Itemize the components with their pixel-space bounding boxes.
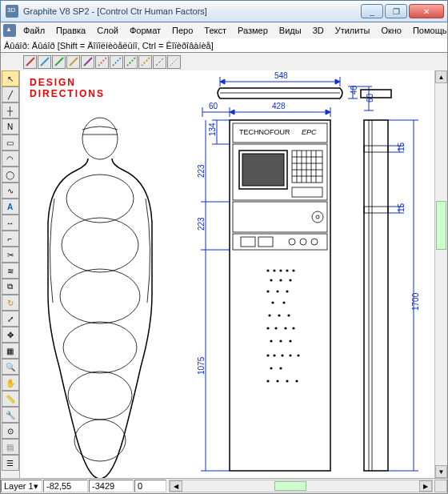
- menu-views[interactable]: Виды: [274, 24, 306, 37]
- tool-curve[interactable]: ∿: [2, 183, 19, 199]
- dim-15a: 15: [397, 142, 406, 151]
- tool-rotate[interactable]: ↻: [2, 295, 19, 311]
- svg-line-2: [55, 58, 63, 66]
- horizontal-scrollbar[interactable]: ◀ ▶: [169, 480, 433, 492]
- svg-point-79: [279, 339, 282, 342]
- menu-window[interactable]: Окно: [376, 24, 406, 37]
- tool-dim-linear[interactable]: ↔: [2, 215, 19, 231]
- tool-line[interactable]: ╱: [2, 86, 19, 102]
- tool-scale[interactable]: ⤢: [2, 311, 19, 327]
- pen-style-3[interactable]: [66, 55, 80, 69]
- menu-help[interactable]: Помощь: [408, 24, 448, 37]
- svg-point-57: [311, 239, 318, 245]
- vertical-scrollbar[interactable]: ▲ ▼: [434, 70, 447, 478]
- tool-ellipse[interactable]: ◯: [2, 167, 19, 183]
- tool-mirror[interactable]: ⧉: [2, 279, 19, 295]
- maximize-button[interactable]: ❐: [385, 4, 407, 18]
- workspace: ↖ ╱ ┼ Ν ▭ ◠ ◯ ∿ A ↔ ⌐ ✂ ≋ ⧉ ↻ ⤢ ✥ ▦ 🔍 ✋ …: [0, 70, 448, 478]
- tool-select-arrow[interactable]: ↖: [2, 70, 19, 86]
- scroll-left-button[interactable]: ◀: [170, 480, 182, 492]
- svg-rect-49: [233, 202, 327, 232]
- pen-style-4[interactable]: [81, 55, 94, 69]
- tool-snap[interactable]: ⊙: [2, 423, 19, 439]
- svg-point-84: [289, 354, 291, 356]
- pen-style-0[interactable]: [23, 55, 37, 69]
- pen-style-6[interactable]: [110, 55, 123, 69]
- resize-grip[interactable]: [434, 480, 447, 492]
- svg-point-60: [279, 269, 282, 271]
- svg-line-3: [70, 58, 78, 66]
- minimize-button[interactable]: _: [361, 4, 383, 18]
- svg-point-16: [63, 322, 137, 373]
- scroll-down-button[interactable]: ▼: [435, 465, 447, 478]
- window-title: Graphite V8 SP2 - [Control Ctr Human Fac…: [22, 6, 361, 16]
- status-bar: Layer 1▾ -82,55 -3429 0 ◀ ▶: [0, 478, 448, 494]
- pen-style-5[interactable]: [95, 55, 109, 69]
- command-hint-text: Âûáîð: Äûáîð [Shift = Äîïîëíèòåëüíî, Ctr…: [4, 41, 214, 50]
- tool-perp-line[interactable]: ┼: [2, 102, 19, 118]
- tool-move[interactable]: ✥: [2, 327, 19, 343]
- scroll-up-button[interactable]: ▲: [435, 70, 447, 83]
- svg-point-67: [276, 290, 278, 292]
- menu-file[interactable]: Файл: [18, 24, 50, 37]
- svg-rect-104: [364, 146, 388, 152]
- drawing-canvas[interactable]: DESIGN DIRECTIONS: [20, 70, 434, 478]
- svg-point-83: [281, 354, 283, 356]
- scroll-right-button[interactable]: ▶: [419, 480, 432, 492]
- tool-zoom[interactable]: 🔍: [2, 359, 19, 375]
- menu-layer[interactable]: Слой: [92, 24, 123, 37]
- pen-style-8[interactable]: [138, 55, 152, 69]
- svg-point-89: [276, 380, 278, 382]
- tool-arc[interactable]: ◠: [2, 151, 19, 167]
- menu-pen[interactable]: Перо: [167, 24, 198, 37]
- menu-format[interactable]: Формат: [125, 24, 166, 37]
- brand-label: TECHNOFOUR: [239, 128, 290, 136]
- svg-point-72: [278, 314, 280, 316]
- svg-point-59: [273, 269, 275, 271]
- console-front: 548 40 60 60: [197, 71, 374, 471]
- menu-utilities[interactable]: Утилиты: [330, 24, 375, 37]
- svg-point-55: [289, 239, 295, 245]
- tool-text[interactable]: A: [2, 199, 19, 215]
- tool-trim[interactable]: ✂: [2, 247, 19, 263]
- tool-polyline[interactable]: Ν: [2, 118, 19, 135]
- svg-point-87: [279, 367, 282, 369]
- pen-style-10[interactable]: [167, 55, 181, 69]
- layer-selector[interactable]: Layer 1▾: [1, 480, 42, 492]
- tool-fillet[interactable]: ⌐: [2, 231, 19, 247]
- svg-rect-53: [241, 237, 255, 247]
- hscroll-thumb[interactable]: [274, 481, 306, 491]
- close-button[interactable]: ✕: [409, 4, 444, 18]
- pen-toolbar: [0, 53, 448, 70]
- tool-offset[interactable]: ≋: [2, 263, 19, 279]
- pen-style-2[interactable]: [52, 55, 66, 69]
- tool-rect[interactable]: ▭: [2, 135, 19, 151]
- tool-hatch[interactable]: ▦: [2, 343, 19, 359]
- menu-size[interactable]: Размер: [233, 24, 273, 37]
- pen-style-1[interactable]: [38, 55, 51, 69]
- svg-line-10: [170, 58, 178, 66]
- coord-z[interactable]: 0: [134, 480, 166, 492]
- coord-y[interactable]: -3429: [89, 480, 134, 492]
- console-side: 15 15 1700: [361, 90, 420, 471]
- tool-pan[interactable]: ✋: [2, 375, 19, 391]
- menu-text[interactable]: Текст: [199, 24, 231, 37]
- tool-wrench[interactable]: 🔧: [2, 407, 19, 423]
- svg-point-64: [279, 279, 282, 281]
- svg-rect-101: [364, 120, 388, 471]
- vscroll-thumb[interactable]: [436, 201, 446, 250]
- tool-layer[interactable]: ☰: [2, 455, 19, 471]
- dim-40: 40: [350, 85, 358, 94]
- menu-edit[interactable]: Правка: [51, 24, 90, 37]
- coord-x[interactable]: -82,55: [43, 480, 88, 492]
- svg-line-8: [142, 58, 150, 66]
- pen-style-9[interactable]: [153, 55, 166, 69]
- tool-grid[interactable]: ▤: [2, 439, 19, 455]
- menu-3d[interactable]: 3D: [308, 24, 329, 37]
- svg-point-78: [270, 339, 272, 342]
- svg-point-80: [289, 339, 291, 342]
- svg-point-71: [268, 314, 270, 316]
- tool-measure[interactable]: 📏: [2, 391, 19, 407]
- svg-point-86: [270, 367, 272, 369]
- pen-style-7[interactable]: [124, 55, 138, 69]
